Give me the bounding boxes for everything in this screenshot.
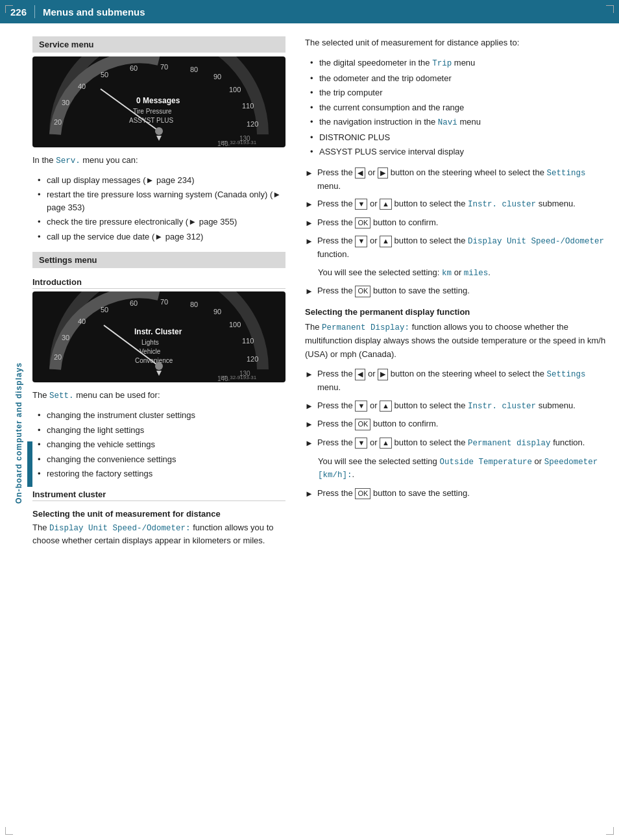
bullet-item: ASSYST PLUS service interval display bbox=[310, 145, 606, 158]
step-2-text: Press the ▼ or ▲ button to select the In… bbox=[317, 197, 606, 211]
step-note-2: You will see the selected setting Outsid… bbox=[318, 455, 606, 482]
instr-cluster-code-2: Instr. cluster bbox=[468, 402, 536, 411]
settings-bullets: changing the instrument cluster settings… bbox=[32, 409, 285, 480]
step-7-text: Press the ▼ or ▲ button to select the In… bbox=[317, 399, 606, 413]
svg-text:P5_32-9193-31: P5_32-9193-31 bbox=[221, 375, 257, 380]
selecting-unit-title: Selecting the unit of measurement for di… bbox=[32, 509, 285, 519]
svg-text:100: 100 bbox=[229, 321, 241, 328]
btn-up-4: ▲ bbox=[380, 438, 392, 449]
btn-left-1: ◀ bbox=[355, 167, 365, 179]
service-menu-speedo-image: 20 30 40 50 60 70 80 90 100 110 120 130 … bbox=[32, 56, 285, 147]
step-9-text: Press the ▼ or ▲ button to select the Pe… bbox=[317, 436, 606, 450]
step-4: ► Press the ▼ or ▲ button to select the … bbox=[305, 234, 606, 260]
svg-text:Instr. Cluster: Instr. Cluster bbox=[134, 327, 182, 336]
svg-text:80: 80 bbox=[190, 301, 198, 308]
svg-text:120: 120 bbox=[247, 355, 258, 363]
settings-code-2: Settings bbox=[546, 370, 585, 379]
step-3: ► Press the OK button to confirm. bbox=[305, 216, 606, 230]
svg-text:120: 120 bbox=[247, 120, 258, 128]
step-9: ► Press the ▼ or ▲ button to select the … bbox=[305, 436, 606, 450]
step-5: ► Press the OK button to save the settin… bbox=[305, 284, 606, 298]
header-bar: 226 Menus and submenus bbox=[0, 0, 619, 23]
btn-left-2: ◀ bbox=[355, 369, 365, 380]
step-6-text: Press the ◀ or ▶ button on the steering … bbox=[317, 367, 606, 393]
bullet-item: the odometer and the trip odometer bbox=[310, 72, 606, 85]
btn-right-2: ▶ bbox=[378, 369, 388, 380]
right-column: The selected unit of measurement for dis… bbox=[298, 36, 606, 554]
sidebar-label: On-board computer and displays bbox=[12, 65, 26, 801]
corner-mark-br bbox=[606, 827, 614, 835]
bullet-item: the current consumption and the range bbox=[310, 101, 606, 114]
btn-down-2: ▼ bbox=[355, 236, 367, 247]
bullet-item: the digital speedometer in the Trip menu bbox=[310, 56, 606, 70]
corner-mark-tl bbox=[5, 5, 13, 13]
btn-up-1: ▲ bbox=[380, 199, 392, 210]
btn-up-2: ▲ bbox=[380, 236, 392, 247]
svg-text:90: 90 bbox=[213, 308, 221, 315]
step-6: ► Press the ◀ or ▶ button on the steerin… bbox=[305, 367, 606, 393]
svg-text:100: 100 bbox=[229, 86, 241, 93]
svg-text:110: 110 bbox=[242, 102, 254, 110]
svg-text:Convenience: Convenience bbox=[135, 357, 173, 364]
step-arrow-icon: ► bbox=[305, 285, 313, 298]
step-7: ► Press the ▼ or ▲ button to select the … bbox=[305, 399, 606, 413]
step-arrow-icon: ► bbox=[305, 418, 313, 431]
settings-menu-title: Settings menu bbox=[32, 252, 285, 268]
step-8-text: Press the OK button to confirm. bbox=[317, 417, 606, 430]
step-10-text: Press the OK button to save the setting. bbox=[317, 487, 606, 500]
btn-down-1: ▼ bbox=[355, 199, 367, 210]
permanent-display-title: Selecting the permanent display function bbox=[305, 307, 606, 317]
ok-btn-2: OK bbox=[355, 286, 370, 297]
bullet-item: changing the light settings bbox=[38, 424, 285, 437]
miles-code: miles bbox=[464, 269, 489, 278]
step-2: ► Press the ▼ or ▲ button to select the … bbox=[305, 197, 606, 211]
navi-code: Navi bbox=[438, 118, 457, 127]
measurement-intro: The selected unit of measurement for dis… bbox=[305, 36, 606, 50]
bullet-item: restart the tire pressure loss warning s… bbox=[38, 188, 285, 214]
main-content: Service menu 20 30 40 50 60 70 80 bbox=[0, 23, 619, 567]
km-code: km bbox=[442, 269, 452, 278]
corner-mark-tr bbox=[606, 5, 614, 13]
svg-text:ASSYST PLUS: ASSYST PLUS bbox=[129, 117, 174, 124]
outside-temp-code: Outside Temperature bbox=[439, 458, 532, 467]
bullet-item: changing the instrument cluster settings bbox=[38, 409, 285, 422]
service-menu-bullets: call up display messages (► page 234) re… bbox=[32, 174, 285, 243]
bullet-item: restoring the factory settings bbox=[38, 467, 285, 480]
service-menu-title: Service menu bbox=[32, 36, 285, 53]
settings-menu-speedo-image: 20 30 40 50 60 70 80 90 100 110 120 130 … bbox=[32, 291, 285, 382]
svg-text:20: 20 bbox=[54, 118, 62, 126]
svg-text:0 Messages: 0 Messages bbox=[136, 96, 180, 105]
permanent-display-func-code: Permanent display bbox=[468, 439, 551, 448]
svg-text:40: 40 bbox=[78, 317, 86, 325]
display-unit-intro: The Display Unit Speed-/Odometer: functi… bbox=[32, 521, 285, 547]
bullet-item: changing the convenience settings bbox=[38, 453, 285, 466]
svg-text:60: 60 bbox=[130, 299, 138, 307]
svg-text:P5_32-9193-31: P5_32-9193-31 bbox=[221, 140, 257, 145]
bullet-item: call up display messages (► page 234) bbox=[38, 174, 285, 187]
svg-text:70: 70 bbox=[160, 63, 168, 71]
step-note-1: You will see the selected setting: km or… bbox=[318, 266, 606, 280]
step-arrow-icon: ► bbox=[305, 235, 313, 248]
sett-code: Sett. bbox=[49, 391, 74, 401]
svg-text:Vehicle: Vehicle bbox=[140, 348, 161, 355]
display-unit-code-step: Display Unit Speed-/Odometer bbox=[468, 237, 604, 246]
measurement-bullets: the digital speedometer in the Trip menu… bbox=[305, 56, 606, 158]
instrument-cluster-title: Instrument cluster bbox=[32, 489, 285, 501]
step-1: ► Press the ◀ or ▶ button on the steerin… bbox=[305, 166, 606, 192]
btn-down-3: ▼ bbox=[355, 401, 367, 412]
svg-text:20: 20 bbox=[54, 353, 62, 361]
instr-cluster-code-1: Instr. cluster bbox=[468, 200, 536, 209]
step-arrow-icon: ► bbox=[305, 488, 313, 500]
header-divider bbox=[34, 5, 35, 18]
svg-text:30: 30 bbox=[62, 99, 69, 106]
bullet-item: check the tire pressure electronically (… bbox=[38, 216, 285, 229]
svg-text:50: 50 bbox=[101, 71, 108, 79]
svg-text:40: 40 bbox=[78, 82, 86, 90]
step-arrow-icon: ► bbox=[305, 198, 313, 211]
svg-text:80: 80 bbox=[190, 66, 198, 73]
svg-point-2 bbox=[155, 127, 163, 135]
btn-up-3: ▲ bbox=[380, 401, 392, 412]
step-10: ► Press the OK button to save the settin… bbox=[305, 487, 606, 500]
ok-btn-1: OK bbox=[355, 217, 370, 229]
svg-text:90: 90 bbox=[213, 73, 221, 80]
